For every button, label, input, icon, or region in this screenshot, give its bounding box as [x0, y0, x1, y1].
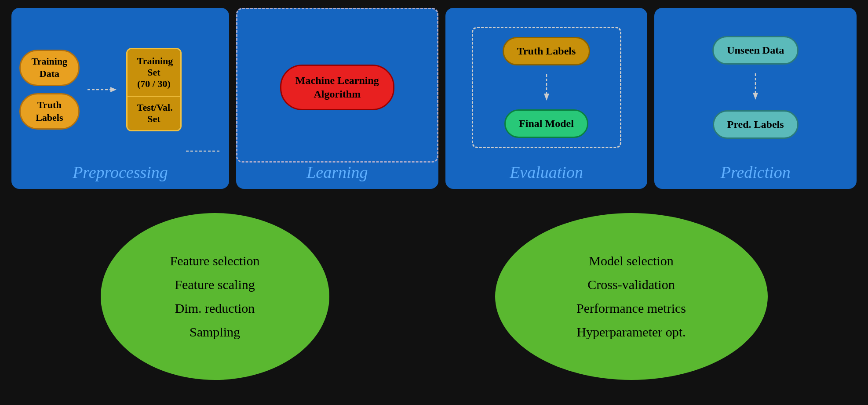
- svg-marker-4: [544, 94, 549, 101]
- right-ellipse-text: Model selection Cross-validation Perform…: [576, 249, 686, 344]
- svg-marker-1: [110, 87, 117, 92]
- eval-down-arrow-svg: [542, 74, 551, 101]
- truth-labels-pill-eval: Truth Labels: [503, 37, 591, 65]
- preproc-content: Training Data Truth Labels Training Set …: [19, 16, 221, 181]
- evaluation-panel: Truth Labels Final Model Evaluation: [445, 8, 648, 189]
- pred-content: Unseen Data Pred. Labels: [712, 16, 799, 181]
- left-line-4: Sampling: [170, 320, 259, 344]
- ml-algorithm-pill: Machine LearningAlgorithm: [280, 65, 394, 110]
- pred-labels-pill: Pred. Labels: [713, 110, 799, 139]
- preprocessing-label: Preprocessing: [11, 163, 229, 182]
- right-line-4: Hyperparameter opt.: [576, 320, 686, 344]
- testval-dashed-right: [186, 147, 221, 155]
- test-val-box: Test/Val. Set: [128, 97, 180, 130]
- eval-arrow-container: [542, 74, 551, 101]
- preproc-left-pills: Training Data Truth Labels: [19, 50, 80, 130]
- eval-dashed-box: Truth Labels Final Model: [472, 27, 621, 148]
- training-data-pill: Training Data: [19, 50, 80, 86]
- unseen-data-pill: Unseen Data: [712, 36, 799, 65]
- left-line-2: Feature scaling: [170, 273, 259, 297]
- right-line-2: Cross-validation: [576, 273, 686, 297]
- preprocessing-panel: Training Data Truth Labels Training Set …: [11, 8, 229, 189]
- prediction-panel: Unseen Data Pred. Labels Prediction: [654, 8, 857, 189]
- learning-panel: Machine LearningAlgorithm Learning: [236, 8, 438, 189]
- learning-label: Learning: [236, 163, 438, 182]
- preproc-arrow-svg: [88, 85, 118, 94]
- testval-line-right: [186, 20, 221, 159]
- bottom-section: Feature selection Feature scaling Dim. r…: [0, 189, 868, 404]
- final-model-pill: Final Model: [504, 109, 588, 138]
- right-ellipse: Model selection Cross-validation Perform…: [495, 213, 768, 380]
- svg-marker-6: [753, 93, 758, 100]
- preproc-arrow: [88, 85, 118, 94]
- left-line-3: Dim. reduction: [170, 297, 259, 320]
- left-line-1: Feature selection: [170, 249, 259, 273]
- right-line-3: Performance metrics: [576, 297, 686, 320]
- pred-down-arrow-svg: [751, 73, 760, 100]
- evaluation-label: Evaluation: [445, 163, 648, 182]
- preproc-right-boxes: Training Set (70 / 30) Test/Val. Set: [126, 48, 182, 131]
- top-section: Training Data Truth Labels Training Set …: [0, 0, 868, 189]
- eval-content: Truth Labels Final Model: [472, 16, 621, 181]
- truth-labels-pill-preproc: Truth Labels: [19, 93, 80, 130]
- learning-content: Machine LearningAlgorithm: [280, 16, 394, 181]
- left-ellipse-text: Feature selection Feature scaling Dim. r…: [170, 249, 259, 344]
- training-set-box: Training Set (70 / 30): [128, 49, 180, 97]
- right-line-1: Model selection: [576, 249, 686, 273]
- pred-arrow-container: [751, 73, 760, 101]
- left-ellipse: Feature selection Feature scaling Dim. r…: [101, 213, 329, 380]
- prediction-label: Prediction: [654, 163, 857, 182]
